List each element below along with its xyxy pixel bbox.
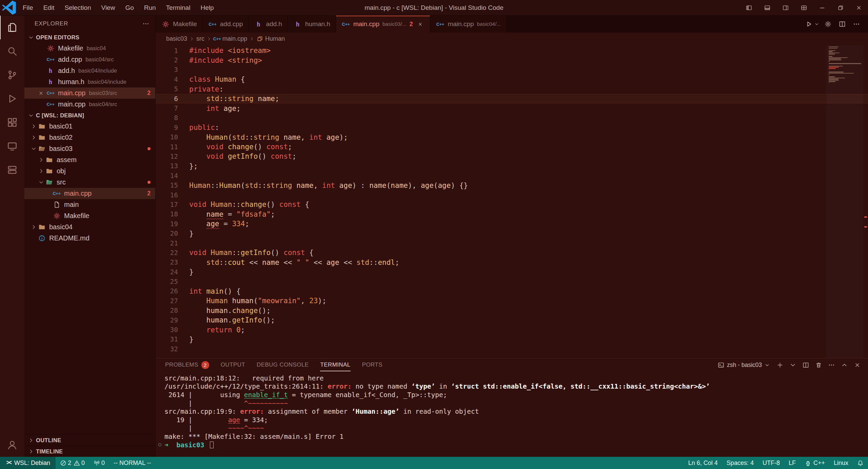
code-line-22[interactable]: 22void Human::getInfo() const {: [156, 248, 868, 257]
customize-layout[interactable]: [795, 0, 813, 15]
code-line-6[interactable]: 6 std::string name;: [156, 94, 868, 103]
code-line-9[interactable]: 9public:: [156, 123, 868, 132]
activity-accounts[interactable]: [0, 433, 24, 457]
activity-explorer[interactable]: [0, 16, 24, 39]
open-editor-main-cpp-basic04-src[interactable]: C++main.cppbasic04/src: [24, 99, 155, 110]
menu-help[interactable]: Help: [195, 0, 219, 15]
cursor-position[interactable]: Ln 6, Col 4: [684, 457, 722, 469]
code-line-16[interactable]: 16: [156, 190, 868, 200]
os-host[interactable]: Linux: [829, 457, 853, 469]
panel-tab-output[interactable]: OUTPUT: [221, 358, 245, 371]
tree-item-makefile[interactable]: Makefile: [24, 210, 155, 221]
menu-file[interactable]: File: [18, 0, 38, 15]
workspace-header[interactable]: C [WSL: DEBIAN]: [24, 110, 155, 121]
editor-more-actions[interactable]: [850, 18, 863, 31]
tree-item-main[interactable]: main: [24, 199, 155, 210]
kill-terminal[interactable]: [812, 359, 825, 370]
tree-item-assem[interactable]: assem: [24, 154, 155, 165]
code-line-25[interactable]: 25: [156, 277, 868, 286]
terminal-output[interactable]: src/main.cpp:18:12: required from here/u…: [156, 371, 868, 457]
code-line-11[interactable]: 11 void change() const;: [156, 142, 868, 152]
open-editor-human-h-basic04-include[interactable]: hhuman.hbasic04/include: [24, 76, 155, 87]
breadcrumb-basic03[interactable]: basic03: [165, 35, 188, 42]
open-editors-header[interactable]: OPEN EDITORS: [24, 32, 155, 43]
tab-add-cpp-1[interactable]: C++add.cpp: [203, 16, 249, 33]
panel-tab-problems[interactable]: PROBLEMS2: [165, 358, 209, 371]
code-line-7[interactable]: 7 int age;: [156, 103, 868, 113]
code-line-4[interactable]: 4class Human {: [156, 75, 868, 84]
tab-main-cpp-4[interactable]: C++main.cppbasic03/...2: [336, 16, 431, 33]
code-line-32[interactable]: 32: [156, 344, 868, 354]
timeline-header[interactable]: TIMELINE: [24, 446, 155, 457]
menu-edit[interactable]: Edit: [38, 0, 60, 15]
code-line-27[interactable]: 27 Human human("meowrain", 23);: [156, 296, 868, 306]
panel-tab-debug-console[interactable]: DEBUG CONSOLE: [257, 358, 309, 371]
code-line-5[interactable]: 5private:: [156, 84, 868, 94]
menu-terminal[interactable]: Terminal: [161, 0, 196, 15]
code-line-12[interactable]: 12 void getInfo() const;: [156, 152, 868, 161]
minimap[interactable]: [827, 45, 863, 358]
tree-item-basic03[interactable]: basic03: [24, 143, 155, 154]
terminal-more-actions[interactable]: [825, 359, 837, 370]
split-terminal[interactable]: [800, 359, 812, 370]
vim-mode[interactable]: -- NORMAL --: [109, 457, 155, 469]
tab-human-h-3[interactable]: hhuman.h: [288, 16, 336, 33]
code-line-20[interactable]: 20}: [156, 229, 868, 238]
code-editor[interactable]: 1#include <iostream>2#include <string>34…: [156, 45, 868, 358]
maximize-panel[interactable]: [838, 359, 850, 370]
tab-main-cpp-5[interactable]: C++main.cppbasic04/...: [430, 16, 507, 33]
split-editor[interactable]: [835, 18, 849, 31]
close-button[interactable]: [850, 0, 868, 15]
minimize-button[interactable]: [813, 0, 831, 15]
code-line-2[interactable]: 2#include <string>: [156, 55, 868, 65]
activity-extensions[interactable]: [0, 111, 24, 134]
toggle-secondary-sidebar[interactable]: [776, 0, 795, 15]
problems-status[interactable]: 2 0: [56, 457, 89, 469]
remote-indicator[interactable]: >< WSL: Debian: [0, 457, 56, 469]
command-decoration[interactable]: [158, 443, 161, 446]
tab-makefile-0[interactable]: Makefile: [156, 16, 203, 33]
breadcrumb-src[interactable]: src: [195, 35, 205, 42]
code-line-18[interactable]: 18 name = "fdsafa";: [156, 210, 868, 219]
language-mode[interactable]: {}C++: [800, 457, 829, 469]
activity-remote-explorer[interactable]: [0, 134, 24, 158]
tree-item-readme-md[interactable]: README.md: [24, 233, 155, 244]
code-line-8[interactable]: 8: [156, 113, 868, 123]
panel-tab-ports[interactable]: PORTS: [362, 358, 382, 371]
toggle-sidebar[interactable]: [740, 0, 758, 15]
tree-item-basic04[interactable]: basic04: [24, 221, 155, 233]
code-line-24[interactable]: 24}: [156, 267, 868, 277]
code-line-29[interactable]: 29 human.getInfo();: [156, 315, 868, 325]
code-line-26[interactable]: 26int main() {: [156, 287, 868, 296]
close-tab-button[interactable]: [416, 20, 425, 28]
code-line-1[interactable]: 1#include <iostream>: [156, 46, 868, 55]
panel-tab-terminal[interactable]: TERMINAL: [320, 358, 350, 371]
code-line-10[interactable]: 10 Human(std::string name, int age);: [156, 133, 868, 142]
menu-go[interactable]: Go: [120, 0, 139, 15]
code-line-13[interactable]: 13};: [156, 161, 868, 171]
code-line-21[interactable]: 21: [156, 238, 868, 248]
restore-button[interactable]: [831, 0, 850, 15]
code-line-14[interactable]: 14: [156, 171, 868, 180]
activity-source-control[interactable]: [0, 63, 24, 87]
settings-gear[interactable]: [821, 18, 835, 31]
open-editor-main-cpp-basic03-src[interactable]: C++main.cppbasic03/src2: [24, 87, 155, 99]
close-panel[interactable]: [851, 359, 863, 370]
activity-search[interactable]: [0, 39, 24, 63]
launch-profile-dropdown[interactable]: [787, 359, 799, 370]
encoding[interactable]: UTF-8: [758, 457, 784, 469]
tree-item-basic01[interactable]: basic01: [24, 121, 155, 132]
code-line-30[interactable]: 30 return 0;: [156, 325, 868, 334]
indentation[interactable]: Spaces: 4: [722, 457, 758, 469]
activity-run-and-debug[interactable]: [0, 87, 24, 111]
code-line-28[interactable]: 28 human.change();: [156, 306, 868, 315]
menu-selection[interactable]: Selection: [59, 0, 96, 15]
menu-run[interactable]: Run: [139, 0, 161, 15]
toggle-panel[interactable]: [758, 0, 776, 15]
explorer-more-actions-icon[interactable]: [142, 20, 149, 27]
activity-containers[interactable]: [0, 158, 24, 182]
close-editor-button[interactable]: [36, 89, 46, 97]
code-line-3[interactable]: 3: [156, 65, 868, 75]
new-terminal[interactable]: [774, 359, 786, 370]
code-line-19[interactable]: 19 age = 334;: [156, 219, 868, 229]
